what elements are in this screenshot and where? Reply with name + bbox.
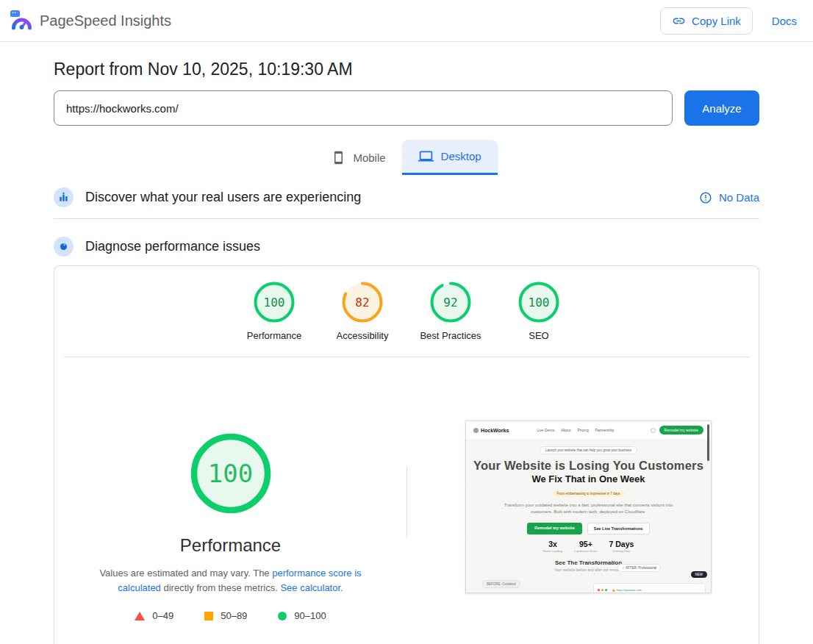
thumb-browser-dot-red (598, 589, 600, 591)
copy-link-label: Copy Link (692, 15, 741, 27)
thumb-logo-icon (473, 428, 479, 433)
average-square-icon (204, 612, 213, 620)
field-section-title: Discover what your real users are experi… (85, 190, 361, 205)
thumb-top-badge: Launch your website that can help you gr… (540, 446, 637, 454)
thumb-browser-dot-yellow (601, 589, 604, 591)
seo-score-gauge: 100 (518, 282, 559, 323)
thumb-site-nav: Live Demo About Pricing Partnership (537, 428, 614, 432)
thumb-scrollbar[interactable] (707, 424, 709, 461)
diagnose-icon (54, 237, 74, 257)
thumb-section-subtitle: Your website before and after our remode… (466, 568, 711, 572)
accessibility-score-gauge: 82 (342, 282, 383, 323)
thumb-stat-delivery-value: 7 Days (609, 540, 634, 548)
main-gauge-value: 100 (188, 431, 273, 516)
disclaimer-text-2: directly from these metrics. (161, 582, 281, 593)
thumb-headline: Your Website is Losing You Customers (466, 459, 711, 473)
app-title: PageSpeed Insights (40, 12, 171, 29)
thumb-section-title: See The Transformation (466, 559, 711, 566)
vertical-divider (406, 467, 407, 537)
accessibility-score-label: Accessibility (318, 330, 406, 341)
thumb-before-badge: BEFORE: Outdated (482, 580, 520, 588)
laptop-icon (418, 149, 434, 164)
thumb-stat-delivery: 7 Days Delivery Time (609, 540, 634, 553)
see-calculator-link[interactable]: See calculator. (280, 582, 343, 593)
thumb-theme-toggle-icon (651, 428, 656, 433)
disclaimer-text-1: Values are estimated and may vary. The (99, 568, 272, 579)
tab-desktop[interactable]: Desktop (402, 140, 498, 175)
thumb-nav-pricing: Pricing (577, 428, 588, 432)
thumb-subheadline: We Fix That in One Week (466, 473, 711, 484)
thumb-header-cta: Remodel my website (659, 426, 703, 434)
thumb-stat-delivery-label: Delivery Time (609, 549, 634, 553)
thumb-browser-url: 🔒 https://yoursite.com (612, 588, 642, 592)
thumb-cta-secondary: See Live Transformations (587, 523, 650, 534)
category-scores-row: 100 Performance 82 Accessibility (54, 282, 759, 341)
page-screenshot-thumbnail: HockWorks Live Demo About Pricing Partne… (465, 421, 712, 593)
performance-score-label: Performance (230, 330, 318, 341)
report-title: Report from Nov 10, 2025, 10:19:30 AM (54, 60, 759, 79)
main-content: Report from Nov 10, 2025, 10:19:30 AM An… (54, 42, 759, 644)
score-item-seo[interactable]: 100 SEO (495, 282, 583, 341)
score-item-accessibility[interactable]: 82 Accessibility (318, 282, 406, 341)
legend-fail-range: 0–49 (152, 610, 173, 621)
real-users-icon (54, 187, 74, 207)
field-data-section: Discover what your real users are experi… (54, 187, 759, 219)
link-icon (672, 14, 686, 28)
analyze-button[interactable]: Analyze (684, 90, 759, 126)
thumb-site-logo: HockWorks (473, 428, 509, 433)
legend-item-fail: 0–49 (135, 610, 173, 621)
thumb-stat-lighthouse-value: 95+ (574, 540, 597, 548)
gauge-column: 100 Performance Values are estimated and… (54, 357, 406, 621)
docs-link[interactable]: Docs (772, 15, 797, 27)
main-gauge-label: Performance (180, 535, 281, 556)
best-practices-score-value: 92 (430, 282, 471, 323)
score-legend: 0–49 50–89 90–100 (135, 610, 326, 621)
thumb-site-header: HockWorks Live Demo About Pricing Partne… (466, 421, 711, 439)
seo-score-label: SEO (495, 330, 583, 341)
copy-link-button[interactable]: Copy Link (660, 7, 753, 35)
legend-pass-range: 90–100 (294, 610, 326, 621)
thumb-nav-partnership: Partnership (595, 428, 615, 432)
score-item-performance[interactable]: 100 Performance (230, 282, 318, 341)
smartphone-icon (332, 151, 345, 165)
legend-item-average: 50–89 (204, 610, 247, 621)
thumb-stat-speed: 3x Faster Loading (543, 540, 563, 553)
thumb-stat-speed-value: 3x (543, 540, 563, 548)
performance-score-value: 100 (254, 282, 295, 323)
score-disclaimer: Values are estimated and may vary. The p… (90, 566, 372, 595)
best-practices-score-gauge: 92 (430, 282, 471, 323)
thumb-stat-lighthouse-label: Lighthouse Score (574, 549, 597, 553)
thumb-browser-dot-green (605, 589, 607, 591)
no-data-status[interactable]: No Data (699, 191, 759, 204)
best-practices-score-label: Best Practices (406, 330, 495, 341)
url-row: Analyze (54, 90, 759, 126)
thumb-cta-primary: Remodel my website (527, 523, 581, 534)
pagespeed-logo-icon[interactable] (10, 10, 32, 31)
legend-average-range: 50–89 (221, 610, 247, 621)
thumb-hero: Launch your website that can help you gr… (466, 439, 711, 593)
thumb-stat-speed-label: Faster Loading (543, 549, 563, 553)
fail-triangle-icon (135, 612, 145, 620)
thumb-after-badge-label: AFTER: Professional (626, 566, 656, 570)
score-item-best-practices[interactable]: 92 Best Practices (406, 282, 495, 341)
thumb-site-name: HockWorks (481, 428, 509, 433)
no-data-label: No Data (719, 191, 759, 204)
tab-mobile[interactable]: Mobile (315, 140, 401, 175)
performance-detail-section: 100 Performance Values are estimated and… (54, 357, 759, 621)
url-input[interactable] (54, 90, 673, 126)
device-tabs: Mobile Desktop (54, 140, 759, 175)
lab-data-section: Diagnose performance issues (54, 237, 759, 257)
thumb-header-right: Remodel my website (651, 426, 703, 434)
info-icon (699, 191, 712, 204)
thumb-after-badge: ✓ AFTER: Professional (617, 564, 661, 572)
thumb-nav-live-demo: Live Demo (537, 428, 554, 432)
thumb-browser-mockup: 🔒 https://yoursite.com (593, 583, 706, 593)
performance-main-gauge: 100 (188, 431, 273, 516)
app-header: PageSpeed Insights Copy Link Docs (0, 0, 813, 42)
thumb-stats-row: 3x Faster Loading 95+ Lighthouse Score 7… (466, 540, 711, 553)
thumb-new-badge: NEW (691, 571, 708, 578)
thumb-cta-row: Remodel my website See Live Transformati… (466, 523, 711, 534)
thumb-description: Transform your outdated website into a f… (498, 502, 678, 516)
tab-desktop-label: Desktop (441, 150, 481, 162)
screenshot-column: HockWorks Live Demo About Pricing Partne… (406, 357, 759, 621)
